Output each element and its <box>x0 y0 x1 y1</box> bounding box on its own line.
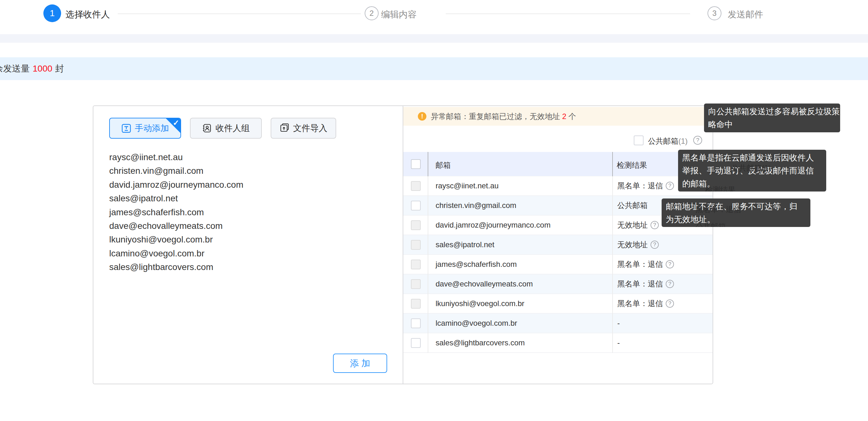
row-result-text: 无效地址 <box>617 220 648 230</box>
public-mailbox-help-icon[interactable]: ? <box>693 136 702 145</box>
table-row: lkuniyoshi@voegol.com.br黑名单：退信? <box>403 294 713 314</box>
tab-file-import-label: 文件导入 <box>293 122 327 134</box>
quota-suffix: 封 <box>55 63 64 75</box>
row-result-text: - <box>617 319 620 328</box>
add-button[interactable]: 添 加 <box>333 354 387 373</box>
tooltip-ghost-text: 检测结果 <box>705 183 735 191</box>
toolbar-strip <box>0 34 868 43</box>
warning-invalid-count: 2 <box>562 112 566 121</box>
header-divider-2 <box>612 152 613 176</box>
row-email: dave@echovalleymeats.com <box>436 279 533 289</box>
table-row: raysc@iinet.net.au黑名单：退信? <box>403 176 713 196</box>
step-1-label: 选择收件人 <box>65 8 110 21</box>
table-row: sales@ipatrol.net无效地址? <box>403 235 713 255</box>
email-list-item: sales@lightbarcovers.com <box>109 260 243 274</box>
tab-file-import[interactable]: 文件导入 <box>271 118 336 139</box>
result-help-icon[interactable]: ? <box>666 280 674 288</box>
result-help-icon[interactable]: ? <box>666 182 674 190</box>
step-2-indicator: 2 <box>365 6 379 20</box>
step-2-number: 2 <box>369 9 374 18</box>
email-list-item: lkuniyoshi@voegol.com.br <box>109 233 243 246</box>
tooltip-ghost-text: 公共邮箱 <box>695 220 726 227</box>
tooltip-public-line1: 向公共邮箱发送过多容易被反垃圾策 <box>708 105 837 118</box>
row-result: 无效地址? <box>617 240 659 250</box>
tab-recipient-groups-label: 收件人组 <box>216 122 250 134</box>
quota-prefix: 剩余发送量 <box>0 63 30 75</box>
tooltip-ghost-text: 黑名单：退信 <box>695 203 741 216</box>
row-checkbox <box>411 260 421 269</box>
table-row: james@schaferfish.com黑名单：退信? <box>403 255 713 274</box>
row-checkbox <box>411 240 421 250</box>
public-mailbox-label-text: 公共邮箱 <box>648 137 678 145</box>
result-help-icon[interactable]: ? <box>666 299 674 308</box>
email-list-item: dave@echovalleymeats.com <box>109 219 243 233</box>
row-checkbox[interactable] <box>411 338 421 348</box>
active-tab-check-icon: ✓ <box>173 118 179 127</box>
row-result-text: 黑名单：退信 <box>617 181 663 191</box>
step-3-number: 3 <box>712 9 716 18</box>
row-checkbox <box>411 299 421 309</box>
row-email: david.jamroz@journeymanco.com <box>436 221 551 230</box>
step-connector-2 <box>446 13 690 14</box>
tooltip-blacklist: 黑名单是指在云邮通发送后因收件人 举报、手动退订、反垃圾邮件而退信 的邮箱。 公… <box>678 150 826 191</box>
row-email: sales@lightbarcovers.com <box>436 338 525 347</box>
row-result-text: 黑名单：退信 <box>617 259 663 269</box>
email-list-item: lcamino@voegol.com.br <box>109 247 243 260</box>
row-result: 公共邮箱 <box>617 200 648 210</box>
row-result-text: 公共邮箱 <box>617 200 648 210</box>
row-result-text: - <box>617 338 620 347</box>
tab-manual-add-label: 手动添加 <box>135 122 169 134</box>
text-add-icon <box>121 123 131 133</box>
email-list-item: raysc@iinet.net.au <box>109 150 243 164</box>
result-help-icon[interactable]: ? <box>651 241 659 249</box>
table-row: dave@echovalleymeats.com黑名单：退信? <box>403 274 713 294</box>
column-divider-2 <box>612 176 613 353</box>
file-import-icon <box>280 123 290 133</box>
tab-manual-add[interactable]: 手动添加 ✓ <box>109 118 181 139</box>
warning-text: 异常邮箱：重复邮箱已过滤，无效地址 2 个 <box>431 112 576 122</box>
row-email: sales@ipatrol.net <box>436 240 494 249</box>
tooltip-invalid-address: 邮箱地址不存在、服务不可达等，归 为无效地址。 黑名单：退信 公共邮箱 <box>661 199 810 227</box>
email-input-list[interactable]: raysc@iinet.net.auchristen.vin@gmail.com… <box>109 150 243 274</box>
result-help-icon[interactable]: ? <box>651 221 659 229</box>
tab-recipient-groups[interactable]: 收件人组 <box>190 118 262 139</box>
tooltip-public-line2: 略命中 <box>708 118 837 131</box>
step-1-indicator: 1 <box>43 4 61 22</box>
row-result-text: 黑名单：退信 <box>617 299 663 309</box>
row-checkbox <box>411 220 421 230</box>
contacts-icon <box>202 123 212 133</box>
row-email: lkuniyoshi@voegol.com.br <box>436 299 525 308</box>
row-checkbox[interactable] <box>411 319 421 328</box>
email-list-item: sales@ipatrol.net <box>109 191 243 205</box>
row-email: james@schaferfish.com <box>436 260 517 269</box>
column-divider-1 <box>428 176 428 353</box>
warning-text-suffix: 个 <box>566 112 576 121</box>
row-checkbox <box>411 279 421 289</box>
tooltip-public-mailbox: 向公共邮箱发送过多容易被反垃圾策 略命中 <box>704 103 840 132</box>
public-mailbox-checkbox[interactable] <box>634 136 644 145</box>
table-row: lcamino@voegol.com.br- <box>403 314 713 333</box>
row-result: 黑名单：退信? <box>617 259 674 269</box>
step-3-label: 发送邮件 <box>728 8 763 21</box>
row-checkbox[interactable] <box>411 201 421 210</box>
add-button-label: 添 加 <box>350 357 370 369</box>
row-result: 黑名单：退信? <box>617 181 674 191</box>
step-connector-1 <box>118 13 361 14</box>
page: 1 选择收件人 2 编辑内容 3 发送邮件 剩余发送量1000封 手动添加 ✓ … <box>0 0 868 421</box>
email-list-item: james@schaferfish.com <box>109 205 243 219</box>
warning-text-main: 异常邮箱：重复邮箱已过滤，无效地址 <box>431 112 562 121</box>
row-result: - <box>617 319 620 328</box>
row-result: 黑名单：退信? <box>617 299 674 309</box>
tooltip-ghost-text: 公共邮箱(1) <box>731 161 771 174</box>
table-header-email: 邮箱 <box>436 160 451 170</box>
select-all-checkbox[interactable] <box>411 159 421 169</box>
step-1-number: 1 <box>50 8 55 18</box>
header-divider-1 <box>428 152 428 176</box>
row-email: christen.vin@gmail.com <box>436 201 516 210</box>
result-help-icon[interactable]: ? <box>666 260 674 268</box>
quota-value: 1000 <box>33 64 52 74</box>
quota-text: 剩余发送量1000封 <box>0 57 64 80</box>
abnormal-warning-banner: ! 异常邮箱：重复邮箱已过滤，无效地址 2 个 <box>403 107 713 126</box>
public-mailbox-count: (1) <box>678 137 688 145</box>
step-2-label: 编辑内容 <box>381 8 416 21</box>
